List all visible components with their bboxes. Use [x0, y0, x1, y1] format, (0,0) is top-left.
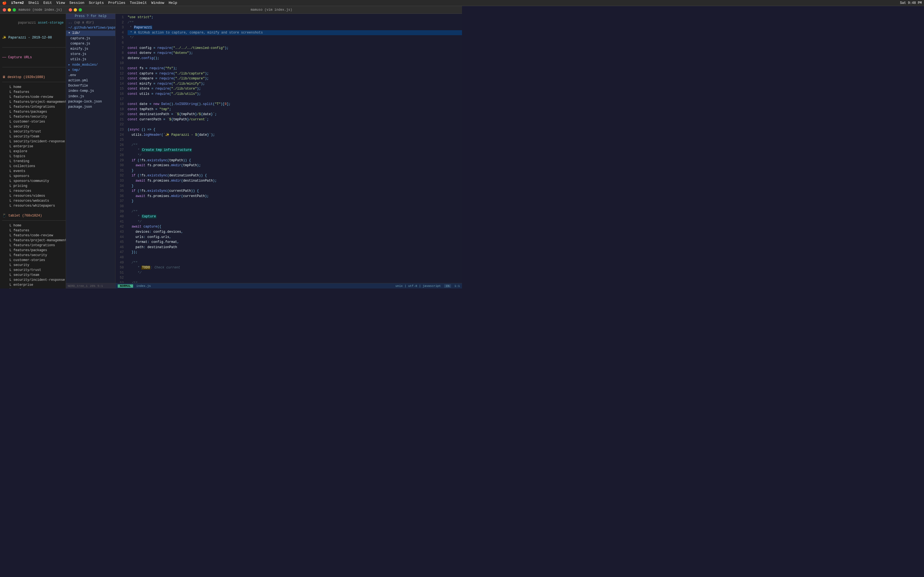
terminal-content[interactable]: paparazzi asset-storage !? → node index.… — [0, 14, 66, 288]
code-line-29: if (!fs.existsSync(tmpPath)) { — [128, 158, 462, 163]
term-item: L home — [2, 85, 63, 90]
nerd-minify[interactable]: minify.js — [66, 47, 115, 52]
line-numbers: 12345 678910 1112131415 1617181920 21222… — [115, 14, 125, 283]
close-button[interactable] — [3, 8, 6, 11]
term-item: L topics — [2, 154, 63, 159]
nerd-tree-content[interactable]: .. (up a dir) ~/.github/workflows/papara… — [66, 19, 115, 283]
nerd-action[interactable]: action.yml — [66, 78, 115, 83]
term-separator: ────────────────────────────────────────… — [2, 80, 63, 85]
code-line-47: }); — [128, 250, 462, 255]
term-line — [2, 208, 63, 213]
close-button-right[interactable] — [69, 8, 72, 11]
code-line-48 — [128, 255, 462, 260]
nerd-status-bar: NERD_tree_1 26% 5:1 — [66, 283, 115, 288]
iterm2-menu[interactable]: iTerm2 — [11, 1, 24, 5]
code-line-30: await fs.promises.mkdir(tmpPath); — [128, 163, 462, 168]
nerd-env[interactable]: .env — [66, 73, 115, 78]
session-menu[interactable]: Session — [69, 1, 84, 5]
code-line-32: if (!fs.existsSync(destinationPath)) { — [128, 173, 462, 178]
code-line-37: } — [128, 199, 462, 204]
term-item: L features/packages — [2, 110, 63, 114]
term-item: L security — [2, 124, 63, 129]
nerd-updir[interactable]: .. (up a dir) — [66, 20, 115, 25]
profiles-menu[interactable]: Profiles — [108, 1, 125, 5]
term-line — [2, 30, 63, 35]
code-line-21: const currentPath = `${tmpPath}/current`… — [128, 117, 462, 122]
status-pct: 1% — [444, 284, 451, 288]
nerd-package-lock[interactable]: package-lock.json — [66, 99, 115, 105]
apple-menu[interactable]: 🍎 — [2, 1, 6, 5]
code-line-14: const minify = require("./lib/minify"); — [128, 81, 462, 87]
nerd-node-modules[interactable]: ▸ node_modules/ — [66, 62, 115, 68]
left-pane: mamuso (node index.js) paparazzi asset-s… — [0, 6, 66, 288]
term-item: L sponsors — [2, 174, 63, 179]
code-line-5: */ — [128, 35, 462, 40]
code-line-4: * A GitHub action to capture, compare, m… — [128, 30, 462, 35]
nerd-utils[interactable]: utils.js — [66, 57, 115, 62]
nerd-index[interactable]: index.js — [66, 94, 115, 99]
term-item: L events — [2, 169, 63, 174]
code-line-1: "use strict"; — [128, 15, 462, 20]
main-container: mamuso (node index.js) paparazzi asset-s… — [0, 6, 462, 288]
term-section: ── Capture URLs — [2, 55, 63, 60]
editor-filename: index.js — [136, 284, 151, 288]
code-line-27: * Create tmp infrastructure — [128, 148, 462, 153]
maximize-button-right[interactable] — [79, 8, 82, 11]
code-line-23: (async () => { — [128, 127, 462, 132]
code-line-15: const store = require("./lib/store"); — [128, 86, 462, 92]
code-line-20: const destinationPath = `${tmpPath}/${da… — [128, 112, 462, 117]
code-line-50: * TODO: Check current — [128, 265, 462, 270]
nerd-lib-folder[interactable]: ▾ lib/ — [66, 31, 115, 36]
code-line-45: format: config.format, — [128, 240, 462, 245]
term-device-tablet: 📱 tablet (768x1024) — [2, 213, 63, 218]
nerd-index-temp[interactable]: index-temp.js — [66, 89, 115, 94]
status-encoding: unix | utf-8 | javascript — [396, 284, 441, 288]
code-line-19: const tmpPath = "tmp"; — [128, 107, 462, 112]
code-line-38 — [128, 204, 462, 209]
nerd-compare[interactable]: compare.js — [66, 41, 115, 47]
code-line-3: * Paparazzi — [128, 25, 462, 30]
toolbelt-menu[interactable]: Toolbelt — [130, 1, 147, 5]
view-menu[interactable]: View — [57, 1, 65, 5]
help-menu[interactable]: Help — [169, 1, 177, 5]
editor-content[interactable]: 12345 678910 1112131415 1617181920 21222… — [115, 14, 462, 283]
code-line-39: /** — [128, 209, 462, 214]
term-line — [2, 40, 63, 45]
term-item: L explore — [2, 149, 63, 154]
nerd-capture[interactable]: capture.js — [66, 36, 115, 41]
term-item: L features/packages — [2, 248, 63, 253]
code-editor: 12345 678910 1112131415 1617181920 21222… — [115, 14, 462, 288]
code-line-8: const dotenv = require("dotenv"); — [128, 50, 462, 56]
nerd-store[interactable]: store.js — [66, 52, 115, 57]
scripts-menu[interactable]: Scripts — [89, 1, 104, 5]
term-item: L features/code-review — [2, 95, 63, 100]
maximize-button[interactable] — [13, 8, 16, 11]
code-line-26: /** — [128, 143, 462, 148]
term-item: L features/security — [2, 114, 63, 119]
term-item: L explore — [2, 287, 63, 288]
nerd-package[interactable]: package.json — [66, 105, 115, 110]
nerd-tmp[interactable]: ▸ tmp/ — [66, 68, 115, 73]
edit-menu[interactable]: Edit — [44, 1, 52, 5]
code-line-13: const compare = require("./lib/compare")… — [128, 76, 462, 81]
term-item: L resources — [2, 189, 63, 193]
term-separator: ────────────────────────────────────────… — [2, 65, 63, 70]
code-line-10 — [128, 61, 462, 66]
code-line-52 — [128, 275, 462, 280]
editor-status-bar: NORMAL index.js unix | utf-8 | javascrip… — [115, 283, 462, 288]
code-area[interactable]: "use strict"; /** * Paparazzi * A GitHub… — [125, 14, 462, 283]
shell-menu[interactable]: Shell — [28, 1, 39, 5]
window-menu[interactable]: Window — [151, 1, 164, 5]
nerd-workflow-folder[interactable]: ~/.github/workflows/paparazzi/ — [66, 25, 115, 31]
term-separator: ────────────────────────────────────────… — [2, 45, 63, 50]
term-item: L home — [2, 223, 63, 228]
nerd-dockerfile[interactable]: Dockerfile — [66, 83, 115, 89]
minimize-button-right[interactable] — [74, 8, 77, 11]
term-line — [2, 60, 63, 65]
term-item: L resources/videos — [2, 193, 63, 198]
minimize-button[interactable] — [8, 8, 11, 11]
code-line-46: path: destinationPath — [128, 245, 462, 250]
nerd-plugin-name: NERD_tree_1 — [68, 284, 88, 288]
term-item: L sponsors/community — [2, 179, 63, 184]
nerd-pct: 26% — [90, 284, 95, 288]
